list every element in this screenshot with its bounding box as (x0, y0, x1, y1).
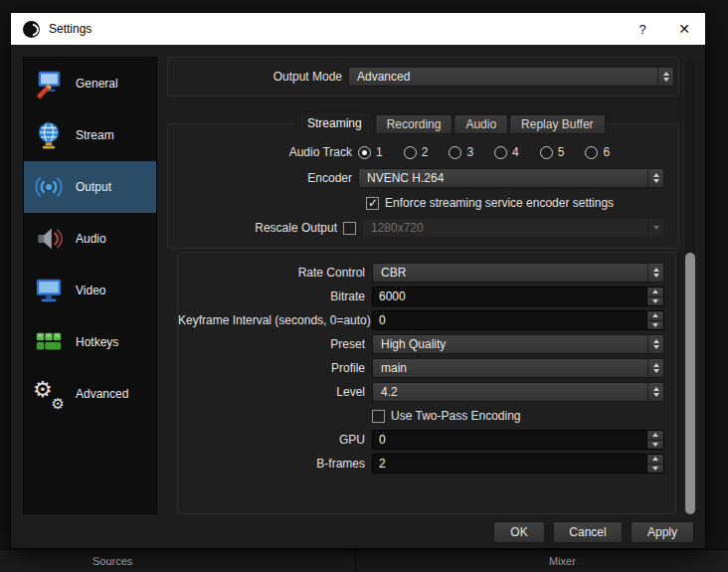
rate-control-row: Rate Control CBR (178, 263, 675, 283)
level-value: 4.2 (373, 385, 647, 399)
audio-track-radio-5[interactable] (540, 146, 553, 159)
preset-select[interactable]: High Quality (372, 334, 664, 354)
bframes-row: B-frames 2 (178, 454, 675, 474)
keyframe-interval-value: 0 (373, 311, 646, 329)
mixer-panel-label: Mixer (549, 555, 576, 567)
two-pass-label: Use Two-Pass Encoding (391, 409, 521, 423)
rescale-resolution-value: 1280x720 (363, 221, 647, 235)
dialog-title: Settings (49, 22, 622, 36)
sidebar-item-video[interactable]: Video (24, 265, 156, 316)
rate-control-label: Rate Control (178, 266, 365, 280)
tab-replay-buffer[interactable]: Replay Buffer (509, 114, 606, 134)
cancel-button[interactable]: Cancel (553, 521, 623, 543)
keyframe-interval-row: Keyframe Interval (seconds, 0=auto) 0 (178, 310, 675, 330)
tab-replay-buffer-label: Replay Buffer (521, 117, 594, 131)
encoder-settings-panel: Rate Control CBR Bitrate 6000 Keyframe I… (177, 252, 676, 514)
close-button[interactable]: ✕ (663, 13, 705, 45)
video-monitor-icon (32, 274, 66, 307)
tab-streaming-label: Streaming (307, 116, 362, 130)
hotkeys-keyboard-icon (32, 325, 66, 359)
sidebar-item-advanced[interactable]: ⚙⚙ Advanced (24, 368, 156, 420)
output-broadcast-icon (32, 170, 66, 204)
audio-speaker-icon (32, 222, 66, 256)
audio-track-num-4: 4 (512, 145, 519, 159)
dropdown-arrow-icon (647, 219, 663, 237)
profile-row: Profile main (178, 358, 675, 378)
level-label: Level (178, 385, 365, 399)
two-pass-checkbox[interactable] (372, 410, 385, 423)
sidebar-item-hotkeys[interactable]: Hotkeys (24, 316, 156, 368)
bframes-spinner[interactable]: 2 (372, 454, 664, 474)
sidebar-item-stream[interactable]: Stream (24, 109, 156, 161)
sidebar-item-audio[interactable]: Audio (24, 213, 156, 265)
audio-track-radio-4[interactable] (494, 146, 507, 159)
tab-audio-label: Audio (465, 117, 496, 131)
audio-track-option-6[interactable]: 6 (585, 145, 610, 159)
enforce-checkbox[interactable] (366, 197, 379, 210)
encoder-select[interactable]: NVENC H.264 (358, 168, 664, 188)
tab-streaming[interactable]: Streaming (295, 111, 374, 134)
audio-track-radio-6[interactable] (585, 146, 598, 159)
gpu-spinner[interactable]: 0 (372, 430, 664, 450)
profile-select[interactable]: main (372, 358, 664, 378)
dialog-body: General Stream (11, 45, 705, 548)
audio-track-option-3[interactable]: 3 (449, 145, 473, 159)
gpu-value: 0 (373, 431, 646, 449)
profile-label: Profile (178, 361, 365, 375)
spinner-arrows-icon[interactable] (646, 431, 663, 449)
output-tabs: Streaming Recording Audio Replay Buffer (295, 111, 607, 134)
audio-track-row: Audio Track 1 2 3 (168, 145, 678, 159)
preset-value: High Quality (373, 337, 647, 351)
audio-track-num-3: 3 (466, 145, 473, 159)
help-button[interactable]: ? (622, 13, 663, 45)
spinner-arrows-icon[interactable] (646, 455, 663, 473)
rate-control-select[interactable]: CBR (372, 263, 664, 283)
sidebar-item-general[interactable]: General (24, 58, 156, 109)
bframes-label: B-frames (178, 457, 365, 471)
enforce-settings-row: Enforce streaming service encoder settin… (366, 196, 614, 210)
profile-value: main (373, 361, 647, 375)
audio-track-option-2[interactable]: 2 (404, 145, 429, 159)
audio-track-radio-group: 1 2 3 4 (358, 145, 610, 159)
keyframe-interval-spinner[interactable]: 0 (372, 310, 664, 330)
audio-track-option-5[interactable]: 5 (540, 145, 565, 159)
streaming-tab-panel: Audio Track 1 2 3 (167, 123, 679, 249)
ok-button[interactable]: OK (493, 521, 545, 543)
bitrate-label: Bitrate (178, 289, 365, 303)
sidebar-item-output[interactable]: Output (24, 161, 156, 213)
obs-logo-icon (23, 21, 40, 38)
audio-track-radio-2[interactable] (404, 146, 417, 159)
rescale-output-checkbox[interactable] (343, 222, 356, 235)
audio-track-radio-3[interactable] (449, 146, 461, 159)
audio-track-option-4[interactable]: 4 (494, 145, 519, 159)
bitrate-value: 6000 (373, 287, 646, 305)
output-mode-row: Output Mode Advanced (168, 67, 678, 87)
settings-scrollbar[interactable] (683, 57, 697, 515)
audio-track-num-2: 2 (422, 145, 429, 159)
spinner-arrows-icon[interactable] (646, 311, 663, 329)
tab-audio[interactable]: Audio (454, 114, 508, 134)
tab-recording[interactable]: Recording (375, 114, 454, 134)
sidebar-label-stream: Stream (76, 128, 114, 142)
level-select[interactable]: 4.2 (372, 382, 664, 402)
advanced-gears-icon: ⚙⚙ (32, 377, 66, 411)
sidebar-label-audio: Audio (76, 232, 106, 246)
dropdown-arrows-icon (657, 68, 673, 86)
background-divider (355, 550, 356, 572)
two-pass-row: Use Two-Pass Encoding (178, 406, 675, 426)
audio-track-option-1[interactable]: 1 (358, 145, 383, 159)
apply-button[interactable]: Apply (631, 521, 694, 543)
output-mode-select[interactable]: Advanced (348, 67, 674, 87)
encoder-row: Encoder NVENC H.264 (168, 168, 678, 188)
audio-track-radio-1[interactable] (358, 146, 371, 159)
dialog-titlebar[interactable]: Settings ? ✕ (11, 13, 705, 45)
scrollbar-handle[interactable] (685, 253, 695, 514)
spinner-arrows-icon[interactable] (646, 287, 663, 305)
general-icon (32, 67, 66, 100)
sidebar-label-general: General (76, 77, 118, 91)
audio-track-num-1: 1 (376, 145, 383, 159)
audio-track-num-5: 5 (558, 145, 565, 159)
screen: Sources Mixer Settings ? ✕ (0, 0, 728, 572)
bitrate-spinner[interactable]: 6000 (372, 286, 664, 306)
rescale-resolution-select: 1280x720 (362, 218, 664, 238)
